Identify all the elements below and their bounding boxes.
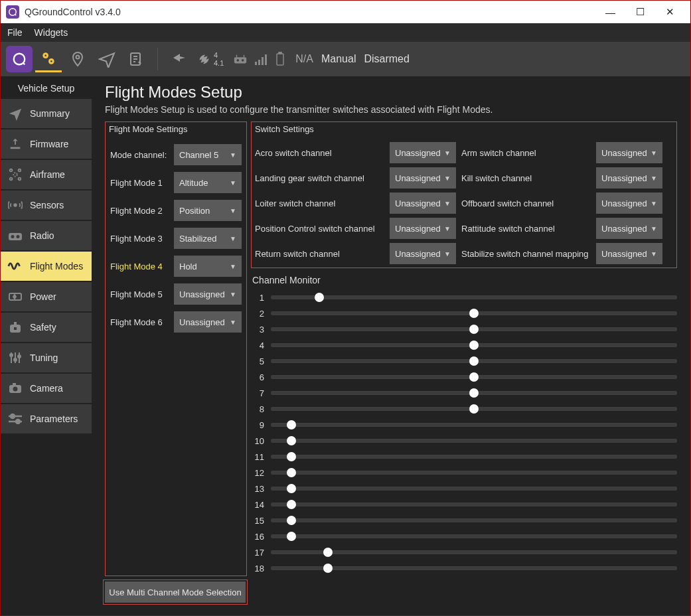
channel-number: 14 xyxy=(251,500,264,510)
switch-select[interactable]: Unassigned▼ xyxy=(390,167,456,189)
chevron-down-icon: ▼ xyxy=(651,200,657,207)
battery-value: N/A xyxy=(295,53,313,65)
sidebar-item-power[interactable]: Power xyxy=(1,282,92,311)
channel-thumb xyxy=(469,309,479,318)
page-subtitle: Flight Modes Setup is used to configure … xyxy=(105,104,677,115)
flight-mode-select[interactable]: Stabilized▼ xyxy=(174,228,242,249)
switch-label: Acro switch channel xyxy=(255,148,384,158)
flight-mode-select[interactable]: Hold▼ xyxy=(174,256,242,277)
switch-select[interactable]: Unassigned▼ xyxy=(596,142,662,163)
channel-number: 15 xyxy=(251,516,264,526)
sidebar-item-parameters[interactable]: Parameters xyxy=(1,404,92,433)
safety-icon xyxy=(7,319,23,335)
channel-slider xyxy=(271,487,677,491)
switch-select[interactable]: Unassigned▼ xyxy=(390,218,456,239)
svg-point-5 xyxy=(50,60,52,62)
toolbar-fly-icon[interactable] xyxy=(94,46,120,72)
svg-rect-17 xyxy=(277,54,283,65)
channel-number: 5 xyxy=(251,356,264,366)
channel-row: 7 xyxy=(251,385,677,401)
select-value: Unassigned xyxy=(395,148,441,158)
channel-monitor-panel: Channel Monitor 1 2 3 4 5 xyxy=(251,272,677,576)
sidebar-item-tuning[interactable]: Tuning xyxy=(1,343,92,372)
sidebar-item-airframe[interactable]: Airframe xyxy=(1,160,92,189)
main-content: Flight Modes Setup Flight Modes Setup is… xyxy=(92,76,690,615)
channel-slider xyxy=(271,439,677,443)
switch-select[interactable]: Unassigned▼ xyxy=(596,193,662,214)
chevron-down-icon: ▼ xyxy=(651,225,657,232)
channel-row: 2 xyxy=(251,305,677,321)
switch-select[interactable]: Unassigned▼ xyxy=(390,193,456,214)
chevron-down-icon: ▼ xyxy=(230,235,236,242)
flight-mode-select[interactable]: Unassigned▼ xyxy=(174,283,242,305)
arm-status[interactable]: Disarmed xyxy=(364,53,409,65)
chevron-down-icon: ▼ xyxy=(651,250,657,258)
channel-number: 4 xyxy=(251,341,264,350)
chevron-down-icon: ▼ xyxy=(230,319,236,326)
flight-mode-select[interactable]: Altitude▼ xyxy=(174,172,242,193)
flight-mode-select[interactable]: Unassigned▼ xyxy=(174,311,242,333)
channel-row: 8 xyxy=(251,401,677,417)
toolbar-telemetry-icon[interactable] xyxy=(253,46,270,72)
switch-label: Stabilize switch channel mapping xyxy=(461,249,591,259)
switch-select[interactable]: Unassigned▼ xyxy=(596,243,662,264)
multi-channel-mode-button[interactable]: Use Multi Channel Mode Selection xyxy=(105,581,246,603)
switch-select[interactable]: Unassigned▼ xyxy=(390,243,456,264)
panel-title: Flight Mode Settings xyxy=(105,121,247,138)
toolbar-analyze-icon[interactable] xyxy=(123,46,149,72)
mode-channel-select[interactable]: Channel 5▼ xyxy=(174,144,242,165)
toolbar-gps-icon[interactable] xyxy=(195,46,214,72)
sidebar-item-summary[interactable]: Summary xyxy=(1,99,92,128)
menu-file[interactable]: File xyxy=(7,27,23,38)
channel-row: 4 xyxy=(251,337,677,353)
svg-point-10 xyxy=(242,59,244,62)
toolbar-rc-icon[interactable] xyxy=(230,46,250,72)
channel-number: 18 xyxy=(251,564,264,574)
maximize-button[interactable]: ☐ xyxy=(625,2,655,22)
close-button[interactable]: ✕ xyxy=(655,2,685,22)
gps-badge: 4 4.1 xyxy=(214,51,224,67)
select-value: Stabilized xyxy=(179,234,216,244)
menu-widgets[interactable]: Widgets xyxy=(35,27,68,38)
flight-mode-status[interactable]: Manual xyxy=(321,53,356,65)
toolbar-setup-icon[interactable] xyxy=(35,46,62,72)
sidebar-item-camera[interactable]: Camera xyxy=(1,374,92,403)
channel-thumb xyxy=(287,452,296,461)
sidebar-item-radio[interactable]: Radio xyxy=(1,221,92,250)
switch-select[interactable]: Unassigned▼ xyxy=(596,218,662,239)
channel-number: 3 xyxy=(251,325,264,335)
power-icon xyxy=(7,289,23,305)
channel-thumb xyxy=(287,500,296,509)
flight-modes-icon xyxy=(7,258,23,274)
sidebar-item-sensors[interactable]: Sensors xyxy=(1,191,92,220)
channel-number: 1 xyxy=(251,293,264,303)
sidebar-item-flight-modes[interactable]: Flight Modes xyxy=(1,252,92,281)
channel-slider xyxy=(271,534,677,538)
sidebar-item-firmware[interactable]: Firmware xyxy=(1,129,92,159)
battery-icon xyxy=(273,46,287,72)
toolbar-messages-icon[interactable] xyxy=(166,46,192,72)
channel-row: 3 xyxy=(251,321,677,337)
chevron-down-icon: ▼ xyxy=(651,175,657,182)
channel-thumb xyxy=(287,516,296,525)
sidebar-item-label: Summary xyxy=(30,108,70,119)
sidebar-item-safety[interactable]: Safety xyxy=(1,313,92,342)
gps-hdop: 4.1 xyxy=(214,59,224,67)
summary-icon xyxy=(7,106,23,121)
flight-mode-select[interactable]: Position▼ xyxy=(174,200,242,221)
switch-select[interactable]: Unassigned▼ xyxy=(596,167,662,189)
switch-label: Arm switch channel xyxy=(461,148,591,158)
switch-select[interactable]: Unassigned▼ xyxy=(390,142,456,163)
radio-icon xyxy=(7,228,23,244)
sidebar-item-label: Safety xyxy=(30,322,56,333)
svg-point-22 xyxy=(10,178,13,181)
channel-number: 7 xyxy=(251,388,264,398)
channel-thumb xyxy=(323,564,333,573)
channel-slider xyxy=(271,343,677,347)
channel-row: 9 xyxy=(251,417,677,433)
channel-slider xyxy=(271,391,677,395)
toolbar-plan-icon[interactable] xyxy=(64,46,91,72)
channel-thumb xyxy=(287,484,296,493)
toolbar-app-icon[interactable] xyxy=(6,46,33,72)
minimize-button[interactable]: — xyxy=(595,2,625,22)
